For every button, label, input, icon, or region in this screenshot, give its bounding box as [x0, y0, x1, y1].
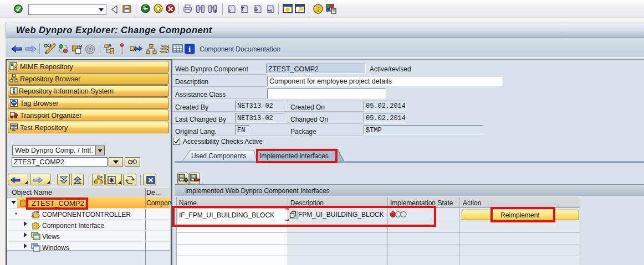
- svg-text:i: i: [188, 45, 191, 54]
- svg-text:s: s: [13, 89, 15, 94]
- svg-text:?: ?: [316, 5, 320, 13]
